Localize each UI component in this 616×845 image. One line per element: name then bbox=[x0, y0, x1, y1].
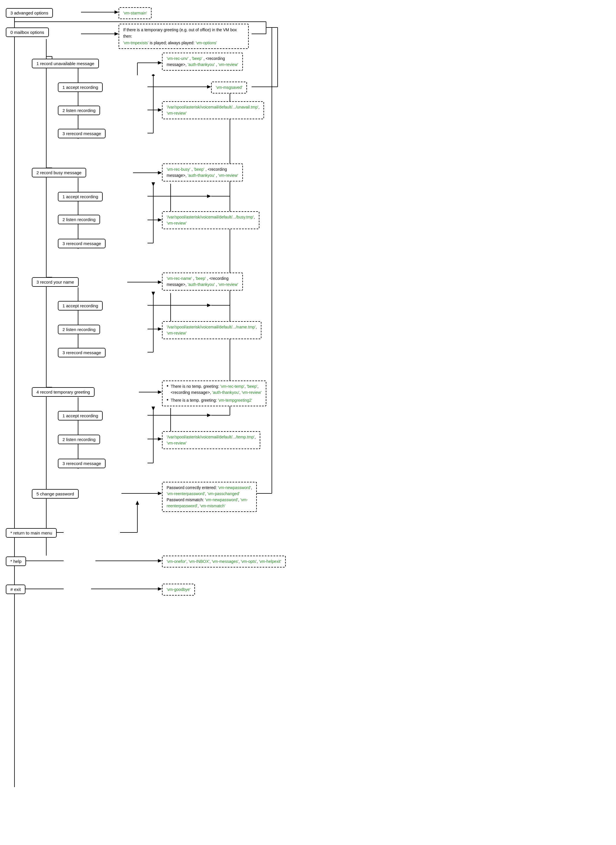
accept4-box: 1 accept recording bbox=[58, 411, 103, 420]
help-note-text: 'vm-onefor' bbox=[167, 559, 186, 564]
accept3-box: 1 accept recording bbox=[58, 301, 103, 310]
listen4-note-box: '/var/spool/asterisk/voicemail/default/.… bbox=[162, 431, 260, 449]
rerecord2-label: 3 rerecord message bbox=[58, 239, 106, 248]
svg-marker-102 bbox=[158, 587, 162, 591]
accept2-box: 1 accept recording bbox=[58, 192, 103, 201]
svg-marker-37 bbox=[207, 194, 211, 198]
svg-marker-53 bbox=[158, 281, 162, 284]
accept2-label: 1 accept recording bbox=[58, 192, 103, 201]
listen2-label: 2 listen recording bbox=[58, 215, 100, 224]
password-note-box: Password correctly entered: 'vm-newpassw… bbox=[162, 482, 257, 512]
listen3-note-box: '/var/spool/asterisk/voicemail/default/.… bbox=[162, 321, 261, 339]
svg-marker-81 bbox=[158, 437, 162, 441]
vm-starmain-box: 'vm-starmain' bbox=[119, 7, 151, 19]
mailbox-options-label: 0 mailbox options bbox=[6, 28, 49, 37]
listen3-label: 2 listen recording bbox=[58, 325, 100, 334]
listen1-note-text: '/var/spool/asterisk/voicemail/default/.… bbox=[167, 105, 258, 109]
exit-label: # exit bbox=[6, 585, 25, 594]
mailbox-note-line2b: is played; always played: bbox=[150, 41, 196, 45]
accept3-label: 1 accept recording bbox=[58, 301, 103, 310]
listen1-note-box: '/var/spool/asterisk/voicemail/default/.… bbox=[162, 101, 264, 119]
listen4-label: 2 listen recording bbox=[58, 435, 100, 444]
vm-msgsaved-box: 'vm-msgsaved' bbox=[211, 82, 247, 94]
svg-marker-33 bbox=[158, 171, 162, 175]
vm-msgsaved-label: 'vm-msgsaved' bbox=[216, 85, 242, 90]
rerecord3-box: 3 rerecord message bbox=[58, 348, 106, 357]
rerecord4-box: 3 rerecord message bbox=[58, 459, 106, 468]
return-main-box: * return to main menu bbox=[6, 528, 57, 538]
svg-marker-43 bbox=[158, 218, 162, 222]
listen4-box: 2 listen recording bbox=[58, 435, 100, 444]
svg-marker-76 bbox=[207, 413, 211, 417]
listen1-label: 2 listen recording bbox=[58, 106, 100, 115]
help-note-box: 'vm-onefor', 'vm-INBOX', 'vm-messages', … bbox=[162, 555, 286, 567]
rec-name-label: 3 record your name bbox=[32, 277, 79, 287]
vm-starmain-label: 'vm-starmain' bbox=[123, 11, 147, 15]
rec-unavailable-note-box: 'vm-rec-unv' , 'beep' , <recording messa… bbox=[162, 53, 243, 71]
rec-unavailable-label: 1 record unavailable message bbox=[32, 59, 99, 68]
rec-name-box: 3 record your name bbox=[32, 277, 79, 287]
svg-marker-13 bbox=[158, 61, 162, 65]
rerecord1-label: 3 rerecord message bbox=[58, 129, 106, 138]
rec-temp-note-box: • There is no temp. greeting: 'vm-rec-te… bbox=[162, 381, 266, 406]
exit-note-box: 'vm-goodbye' bbox=[162, 584, 195, 595]
rec-unv-note: 'vm-rec-unv' bbox=[167, 56, 188, 61]
mailbox-note-line1: If there is a temporary greeting (e.g. o… bbox=[123, 28, 237, 38]
listen2-box: 2 listen recording bbox=[58, 215, 100, 224]
rec-busy-box: 2 record busy message bbox=[32, 168, 86, 177]
listen2-note-box: '/var/spool/asterisk/voicemail/default/.… bbox=[162, 211, 260, 229]
advanced-options-box: 3 advanged options bbox=[6, 8, 53, 18]
rec-name-note-box: 'vm-rec-name' , 'beep' , <recording mess… bbox=[162, 273, 243, 291]
return-main-label: * return to main menu bbox=[6, 528, 57, 538]
accept1-label: 1 accept recording bbox=[58, 82, 103, 92]
help-box: * help bbox=[6, 557, 26, 566]
rerecord1-box: 3 rerecord message bbox=[58, 129, 106, 138]
exit-note-text: 'vm-goodbye' bbox=[167, 587, 190, 592]
rec-busy-label: 2 record busy message bbox=[32, 168, 86, 177]
svg-marker-48 bbox=[151, 182, 155, 187]
svg-marker-67 bbox=[151, 292, 155, 296]
change-password-box: 5 change password bbox=[32, 489, 79, 499]
svg-marker-96 bbox=[136, 501, 139, 505]
svg-marker-18 bbox=[207, 85, 211, 88]
rerecord3-label: 3 rerecord message bbox=[58, 348, 106, 357]
rerecord4-label: 3 rerecord message bbox=[58, 459, 106, 468]
rec-unavailable-box: 1 record unavailable message bbox=[32, 59, 99, 68]
mailbox-note-line2: 'vm-tmpexists' bbox=[123, 41, 149, 45]
diagram-container: 3 advanged options 'vm-starmain' 0 mailb… bbox=[6, 6, 307, 845]
rec-temp-label: 4 record temporary greeting bbox=[32, 387, 95, 397]
mailbox-note-line2c: 'vm-options' bbox=[195, 41, 217, 45]
svg-marker-72 bbox=[158, 390, 162, 394]
svg-marker-4 bbox=[114, 32, 119, 35]
svg-marker-99 bbox=[158, 559, 162, 563]
change-password-label: 5 change password bbox=[32, 489, 79, 499]
accept1-box: 1 accept recording bbox=[58, 82, 103, 92]
rec-temp-box: 4 record temporary greeting bbox=[32, 387, 95, 397]
rerecord2-box: 3 rerecord message bbox=[58, 239, 106, 248]
svg-marker-25 bbox=[151, 74, 155, 76]
svg-marker-62 bbox=[158, 327, 162, 331]
svg-marker-21 bbox=[158, 108, 162, 112]
svg-marker-89 bbox=[158, 492, 162, 495]
svg-marker-2 bbox=[114, 10, 119, 14]
help-label: * help bbox=[6, 557, 26, 566]
svg-marker-86 bbox=[151, 407, 155, 411]
diagram-svg bbox=[6, 6, 307, 830]
mailbox-note-box: If there is a temporary greeting (e.g. o… bbox=[119, 24, 249, 49]
listen1-box: 2 listen recording bbox=[58, 106, 100, 115]
mailbox-options-box: 0 mailbox options bbox=[6, 28, 49, 37]
advanced-options-label: 3 advanged options bbox=[6, 8, 53, 18]
svg-marker-57 bbox=[207, 304, 211, 307]
exit-box: # exit bbox=[6, 585, 25, 594]
rec-busy-note-box: 'vm-rec-busy' , 'beep' , <recording mess… bbox=[162, 163, 243, 181]
accept4-label: 1 accept recording bbox=[58, 411, 103, 420]
listen3-box: 2 listen recording bbox=[58, 325, 100, 334]
